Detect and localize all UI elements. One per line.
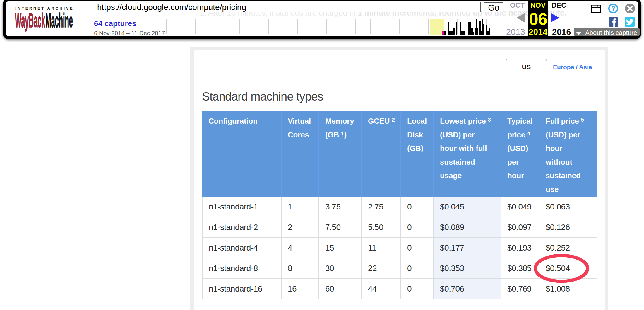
svg-text:?: ?	[611, 5, 616, 13]
svg-text:WayBack: WayBack	[15, 11, 45, 32]
svg-text:Machine: Machine	[45, 11, 73, 32]
